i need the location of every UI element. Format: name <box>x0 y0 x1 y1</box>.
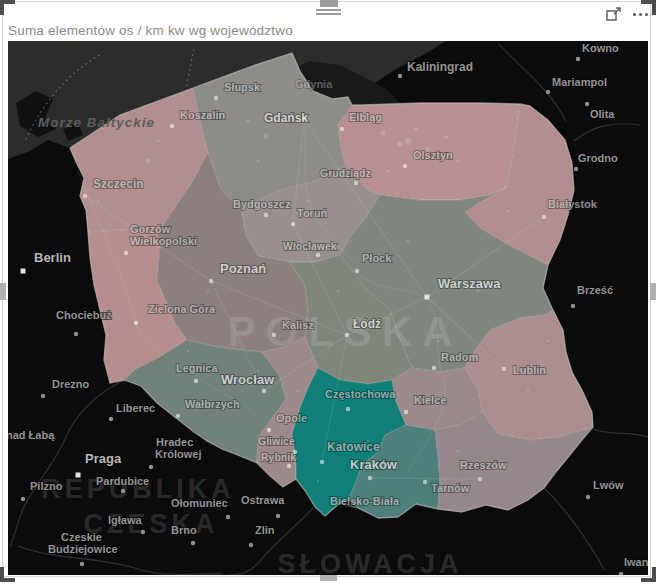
city-label: Poznań <box>220 261 266 276</box>
city-marker <box>542 215 546 219</box>
city-label: Brno <box>171 524 197 536</box>
resize-handle-right[interactable] <box>650 283 656 300</box>
resize-handle-top-right[interactable] <box>641 0 656 15</box>
city-label: Bielsko-Biała <box>330 495 400 507</box>
city-label: Słupsk <box>224 81 261 93</box>
city-label: Kowno <box>582 42 619 54</box>
city-marker <box>176 414 180 418</box>
city-label: Igława <box>108 514 143 526</box>
city-label: Gdańsk <box>264 111 308 125</box>
city-label: Wrocław <box>221 372 275 387</box>
city-label: Zlin <box>255 524 275 536</box>
city-marker <box>423 480 427 484</box>
city-label: Toruń <box>297 207 328 219</box>
city-marker <box>432 366 436 370</box>
powerbi-canvas: Suma elementów os / km kw wg województwo <box>0 0 656 584</box>
city-marker <box>291 222 295 226</box>
city-marker <box>191 541 195 545</box>
city-label: Pilzno <box>30 480 63 492</box>
map-watermark: CZESKA <box>83 509 218 539</box>
city-label: Zielona Góra <box>148 303 216 315</box>
city-label: Brześć <box>577 284 613 296</box>
city-marker <box>355 269 359 273</box>
city-label: Szczecin <box>93 177 144 191</box>
city-marker <box>80 562 84 566</box>
city-marker <box>546 90 550 94</box>
city-label: Łódź <box>353 317 381 331</box>
city-label: Elbląg <box>349 111 382 123</box>
city-marker <box>368 476 372 480</box>
city-marker <box>41 394 45 398</box>
city-label: Olsztyn <box>413 149 453 161</box>
map-watermark: SŁOWACJA <box>277 549 462 575</box>
city-label: Radom <box>441 351 479 363</box>
city-label: Opole <box>276 412 307 424</box>
resize-handle-left[interactable] <box>0 283 6 300</box>
drag-handle-icon[interactable] <box>316 9 341 17</box>
city-label: Kaliningrad <box>407 60 473 74</box>
city-marker <box>571 304 575 308</box>
city-marker <box>276 514 280 518</box>
city-marker <box>109 417 113 421</box>
map-watermark: Morze Bałtyckie <box>38 115 155 130</box>
city-label: Warszawa <box>438 276 501 291</box>
city-label: Bydgoszcz <box>233 198 291 210</box>
visual-title: Suma elementów os / km kw wg województwo <box>8 23 293 38</box>
city-marker <box>345 333 349 337</box>
city-label: Tarnów <box>431 482 470 494</box>
city-label: Koszalin <box>180 109 226 121</box>
city-marker <box>83 194 87 198</box>
city-marker <box>272 333 276 337</box>
city-marker <box>287 464 291 468</box>
city-label: Białystok <box>548 198 598 210</box>
city-label: Płock <box>362 252 392 264</box>
city-marker <box>121 489 125 493</box>
city-marker <box>134 321 138 325</box>
resize-handle-bottom-right[interactable] <box>641 567 656 582</box>
city-marker <box>320 460 324 464</box>
city-label: Kielce <box>414 394 446 406</box>
city-marker <box>124 251 128 255</box>
city-marker <box>76 473 81 478</box>
city-marker <box>478 477 482 481</box>
city-marker <box>141 530 145 534</box>
resize-handle-bottom[interactable] <box>320 575 337 581</box>
city-label: Praga <box>85 451 122 466</box>
city-label: Rzeszów <box>460 459 507 471</box>
city-label: Grodno <box>578 152 618 164</box>
city-label: Mariampol <box>552 76 607 88</box>
city-marker <box>226 515 230 519</box>
city-label: Pardubice <box>96 475 149 487</box>
city-marker <box>262 389 266 393</box>
city-label: Częstochowa <box>325 388 396 400</box>
city-label: Włocławek <box>283 240 337 252</box>
city-marker <box>403 164 407 168</box>
city-marker <box>316 253 320 257</box>
city-label: Chociebuż <box>56 309 112 321</box>
city-marker <box>340 127 344 131</box>
map-watermark: POLSKA <box>227 308 462 355</box>
filled-map-visual[interactable]: POLSKAREPUBLIKACZESKASŁOWACJAMorze Bałty… <box>8 41 648 575</box>
city-marker <box>249 543 253 547</box>
city-marker <box>576 57 580 61</box>
city-label: Kraków <box>350 457 398 472</box>
focus-mode-icon[interactable] <box>604 4 624 24</box>
city-marker <box>74 332 78 336</box>
city-label: Gdynia <box>295 78 333 90</box>
city-label: Grudziądz <box>320 167 371 179</box>
city-marker <box>398 74 402 78</box>
city-marker <box>586 495 590 499</box>
top-resize-handle[interactable] <box>320 0 338 7</box>
resize-handle-top-left[interactable] <box>0 0 15 15</box>
city-label: Ostrawa <box>241 494 285 506</box>
resize-handle-bottom-left[interactable] <box>0 567 15 582</box>
city-marker <box>21 497 25 501</box>
city-label: Liberec <box>116 402 155 414</box>
city-marker <box>149 465 153 469</box>
city-marker <box>209 279 213 283</box>
city-label: Ołomuniec <box>171 497 228 509</box>
map-canvas[interactable]: POLSKAREPUBLIKACZESKASŁOWACJAMorze Bałty… <box>8 41 648 575</box>
city-marker <box>21 269 26 274</box>
city-label: Rybnik <box>261 451 296 463</box>
city-label: nad Łabą <box>8 429 55 441</box>
